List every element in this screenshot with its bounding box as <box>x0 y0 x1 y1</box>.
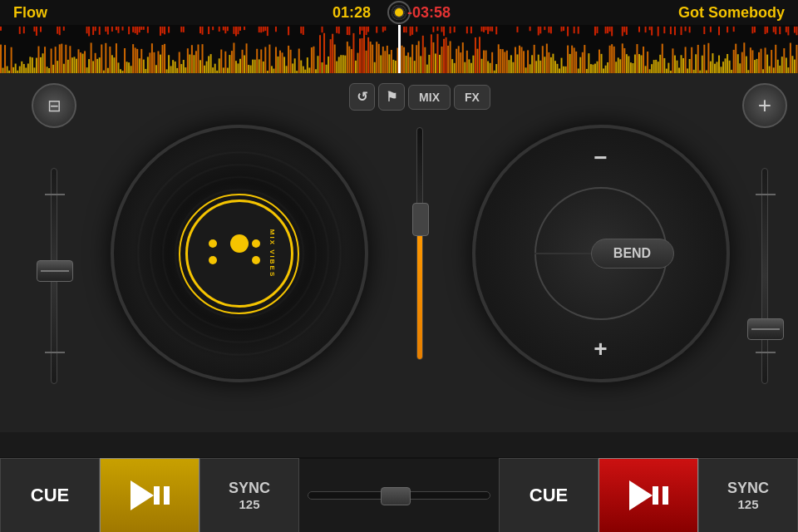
svg-rect-23 <box>48 68 50 73</box>
svg-rect-436 <box>322 27 323 32</box>
svg-rect-448 <box>384 27 386 31</box>
svg-rect-363 <box>762 69 764 73</box>
svg-rect-280 <box>588 53 589 73</box>
svg-rect-108 <box>227 68 229 73</box>
svg-rect-191 <box>401 46 403 73</box>
svg-rect-285 <box>598 50 600 73</box>
svg-rect-345 <box>725 58 727 73</box>
svg-rect-230 <box>483 51 485 73</box>
svg-rect-261 <box>548 52 549 73</box>
play-right-btn[interactable] <box>598 458 698 532</box>
svg-rect-342 <box>718 56 720 73</box>
svg-rect-437 <box>336 27 337 33</box>
turntable[interactable]: MIX VIBES <box>111 125 368 382</box>
svg-rect-380 <box>0 27 2 31</box>
sync-right-btn[interactable]: SYNC 125 <box>698 458 798 532</box>
svg-rect-154 <box>323 33 325 73</box>
pitch-plus-btn[interactable]: + <box>594 336 607 362</box>
svg-rect-34 <box>71 57 73 73</box>
svg-rect-202 <box>424 47 426 73</box>
svg-rect-353 <box>741 52 743 73</box>
svg-rect-295 <box>619 59 621 73</box>
svg-rect-24 <box>51 48 52 73</box>
svg-rect-304 <box>638 54 640 73</box>
svg-rect-245 <box>515 47 516 73</box>
sync-icon-btn[interactable]: ↺ <box>349 83 375 111</box>
svg-rect-110 <box>231 51 233 73</box>
svg-rect-211 <box>443 39 445 73</box>
svg-rect-69 <box>145 69 146 73</box>
svg-rect-195 <box>410 57 411 73</box>
svg-rect-413 <box>183 27 185 32</box>
svg-rect-162 <box>340 55 342 73</box>
svg-rect-35 <box>73 57 75 73</box>
cue-left-btn[interactable]: CUE <box>0 458 100 532</box>
right-fader-handle[interactable] <box>747 318 784 340</box>
svg-rect-133 <box>279 51 281 73</box>
svg-rect-215 <box>451 59 453 73</box>
svg-rect-91 <box>191 45 193 73</box>
svg-rect-151 <box>317 56 318 73</box>
svg-rect-451 <box>410 27 411 36</box>
sync-left-label: SYNC <box>229 480 270 497</box>
bend-button[interactable]: BEND <box>591 239 674 268</box>
svg-rect-51 <box>107 68 109 73</box>
jog-wheel[interactable]: − BEND + <box>472 125 730 382</box>
svg-rect-222 <box>466 51 468 73</box>
right-plus-btn[interactable]: + <box>742 83 787 128</box>
svg-rect-178 <box>374 62 376 73</box>
svg-rect-500 <box>689 27 691 32</box>
turntable-area: MIX VIBES <box>108 75 370 432</box>
svg-rect-163 <box>342 55 344 73</box>
svg-rect-458 <box>450 27 451 33</box>
svg-rect-271 <box>569 54 571 73</box>
svg-rect-486 <box>611 27 613 36</box>
svg-rect-89 <box>187 48 189 73</box>
svg-rect-17 <box>36 58 37 73</box>
svg-rect-489 <box>626 27 628 35</box>
svg-rect-368 <box>773 67 775 73</box>
svg-rect-470 <box>530 27 531 31</box>
svg-rect-253 <box>531 55 533 73</box>
svg-rect-305 <box>641 55 643 73</box>
svg-rect-18 <box>37 47 39 73</box>
svg-rect-0 <box>0 45 2 73</box>
channel-fader-handle[interactable] <box>412 203 429 236</box>
svg-rect-254 <box>534 45 535 73</box>
cue-right-btn[interactable]: CUE <box>499 458 598 532</box>
svg-rect-135 <box>283 57 285 73</box>
pitch-minus-btn[interactable]: − <box>594 145 607 171</box>
svg-rect-343 <box>721 66 722 73</box>
left-fader-track <box>51 168 57 384</box>
svg-rect-507 <box>754 27 756 32</box>
sync-left-btn[interactable]: SYNC 125 <box>200 458 299 532</box>
svg-rect-496 <box>670 27 672 34</box>
flag-icon-btn[interactable]: ⚑ <box>378 83 405 111</box>
svg-rect-395 <box>107 27 109 35</box>
svg-rect-168 <box>352 33 354 73</box>
svg-rect-79 <box>166 69 168 73</box>
left-fader-handle[interactable] <box>37 260 73 282</box>
svg-rect-516 <box>796 27 797 35</box>
svg-rect-469 <box>516 27 518 32</box>
svg-rect-209 <box>439 55 441 73</box>
svg-rect-410 <box>164 27 165 34</box>
svg-rect-492 <box>649 27 651 30</box>
eq-button[interactable]: ⊟ <box>32 83 76 128</box>
svg-rect-356 <box>747 70 749 73</box>
svg-rect-231 <box>485 51 487 73</box>
crossfader-handle[interactable] <box>381 487 411 505</box>
svg-rect-224 <box>470 63 472 73</box>
svg-rect-303 <box>636 44 638 73</box>
svg-rect-430 <box>264 27 266 31</box>
svg-rect-506 <box>751 27 753 33</box>
play-left-btn[interactable] <box>100 458 200 532</box>
svg-rect-19 <box>40 57 42 73</box>
svg-rect-429 <box>263 27 264 32</box>
svg-rect-198 <box>416 45 417 73</box>
svg-rect-11 <box>23 64 25 73</box>
svg-rect-387 <box>59 27 61 35</box>
mix-btn[interactable]: MIX <box>408 85 451 110</box>
svg-rect-218 <box>458 46 460 73</box>
svg-rect-278 <box>584 45 585 73</box>
